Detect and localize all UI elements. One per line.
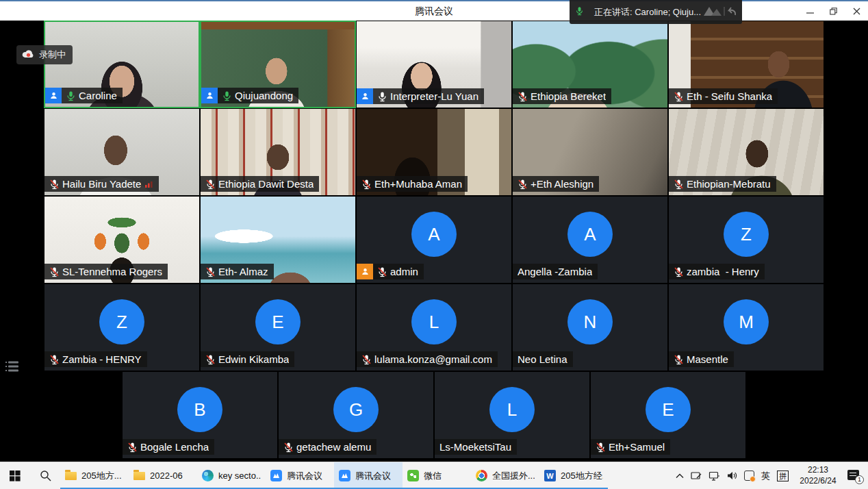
participant-avatar-tile[interactable]: BBogale Lencha	[122, 371, 278, 459]
avatar-letter: L	[429, 312, 439, 333]
avatar: B	[177, 387, 222, 432]
avatar-letter: A	[584, 224, 596, 245]
taskbar-app-label: 腾讯会议	[355, 470, 391, 482]
avatar-letter: Z	[116, 312, 127, 333]
folder-icon	[65, 472, 77, 480]
notification-count-badge: 1	[855, 475, 864, 484]
avatar-letter: N	[584, 312, 597, 333]
participant-name: Qiujuandong	[235, 90, 293, 101]
taskbar-app-tencent-meeting-1[interactable]: 腾讯会议	[266, 462, 334, 489]
participant-name: Interpreter-Lu Yuan	[390, 90, 478, 102]
participant-video-tile[interactable]: Ethiopia Bereket	[512, 21, 668, 108]
participant-label: Eth+Samuel	[591, 439, 670, 455]
participant-name: Eth+Samuel	[609, 441, 665, 453]
dictionary-tray-icon[interactable]	[744, 471, 754, 481]
taskbar-clock[interactable]: 22:13 2022/6/24	[795, 465, 841, 486]
participant-avatar-tile[interactable]: Aadmin	[356, 196, 512, 284]
restore-button[interactable]	[821, 1, 845, 21]
participant-video-tile[interactable]: Ethiopian-Mebratu	[668, 108, 824, 196]
participant-name: Angella -Zambia	[518, 266, 592, 277]
participant-label: admin	[357, 264, 424, 279]
speaking-text: 正在讲话: Caroline; Qiuju...	[594, 6, 701, 18]
participant-avatar-tile[interactable]: Ggetachew alemu	[278, 371, 434, 459]
start-button[interactable]	[0, 462, 30, 489]
participant-name: +Eth Aleshign	[531, 178, 593, 190]
avatar: L	[411, 299, 457, 344]
taskbar-app-word[interactable]: W 205地方经...	[539, 462, 608, 489]
tray-expand-chevron-icon[interactable]	[676, 473, 684, 479]
recording-badge[interactable]: 录制中	[16, 45, 73, 64]
participant-label: zambia - Henry	[669, 264, 765, 279]
mic-muted-icon	[518, 91, 528, 102]
mic-muted-icon	[518, 179, 528, 190]
pen-tablet-icon[interactable]	[691, 471, 702, 480]
participant-video-tile[interactable]: Qiujuandong	[200, 21, 356, 108]
mic-muted-icon	[377, 266, 387, 277]
ime-pinyin-indicator[interactable]: 拼	[777, 471, 789, 481]
participant-video-tile[interactable]: SL-Tennehma Rogers	[44, 196, 200, 284]
ime-english-indicator[interactable]: 英	[761, 470, 770, 482]
participant-name: Eth+Muhaba Aman	[374, 178, 462, 190]
participant-label: Eth+Muhaba Aman	[357, 176, 468, 192]
participant-avatar-tile[interactable]: NNeo Letina	[512, 284, 668, 371]
participant-label: Hailu Biru Yadete	[44, 176, 159, 192]
taskbar-app-label: 腾讯会议	[287, 470, 322, 482]
taskbar-app-edge[interactable]: key secto...	[197, 462, 266, 489]
mic-muted-icon	[205, 266, 216, 277]
participant-name: Ethiopian-Mebratu	[687, 178, 771, 190]
participant-name: lulama.konza@gmail.com	[374, 353, 492, 365]
avatar: E	[255, 299, 301, 344]
mic-muted-icon	[674, 354, 684, 365]
participant-avatar-tile[interactable]: LLs-MoeketsiTau	[434, 371, 590, 459]
participant-avatar-tile[interactable]: ZZambia - HENRY	[44, 284, 200, 371]
avatar: Z	[99, 299, 144, 344]
participant-avatar-tile[interactable]: AAngella -Zambia	[512, 196, 668, 284]
participant-name: Bogale Lencha	[140, 441, 209, 453]
participant-video-tile[interactable]: Eth- Almaz	[200, 196, 356, 284]
participant-avatar-tile[interactable]: Zzambia - Henry	[668, 196, 824, 284]
participant-label: lulama.konza@gmail.com	[357, 351, 498, 367]
participant-video-tile[interactable]: Ethiopia Dawit Desta	[200, 108, 356, 196]
participant-label: getachew alemu	[279, 439, 376, 455]
taskbar-app-tencent-meeting-2[interactable]: 腾讯会议	[334, 462, 403, 489]
action-center-icon[interactable]: 1	[847, 469, 863, 483]
participant-video-tile[interactable]: Interpreter-Lu Yuan	[356, 21, 512, 108]
taskbar-app-label: 205地方经...	[561, 470, 603, 482]
taskbar-app-folder-2022-06[interactable]: 2022-06	[129, 462, 197, 489]
participant-name: zambia - Henry	[687, 266, 759, 277]
volume-icon[interactable]	[727, 471, 737, 480]
participant-avatar-tile[interactable]: EEth+Samuel	[590, 371, 746, 459]
participant-avatar-tile[interactable]: MMasentle	[668, 284, 824, 371]
participant-video-tile[interactable]: Eth - Seifu Shanka	[668, 21, 824, 108]
avatar: L	[489, 387, 535, 432]
taskbar: 205地方... 2022-06 key secto... 腾讯会议 腾讯会议 …	[0, 462, 868, 489]
avatar-letter: B	[194, 399, 205, 421]
participant-avatar-tile[interactable]: EEdwin Kikamba	[200, 284, 356, 371]
participant-avatar-tile[interactable]: Llulama.konza@gmail.com	[356, 284, 512, 371]
participant-video-tile[interactable]: Hailu Biru Yadete	[44, 108, 200, 196]
participant-video-tile[interactable]: +Eth Aleshign	[512, 108, 668, 196]
participant-name: Neo Letina	[518, 353, 567, 365]
participant-video-tile[interactable]: Eth+Muhaba Aman	[356, 108, 512, 196]
participant-label: Ls-MoeketsiTau	[435, 439, 517, 455]
taskbar-app-wechat[interactable]: 微信	[403, 462, 471, 489]
search-button[interactable]	[30, 462, 60, 489]
mic-muted-icon	[205, 179, 216, 190]
minimize-button[interactable]	[798, 1, 821, 21]
speaking-indicator: 正在讲话: Caroline; Qiuju...	[570, 0, 742, 24]
member-list-icon[interactable]	[5, 361, 21, 375]
taskbar-app-folder-205[interactable]: 205地方...	[60, 462, 129, 489]
network-display-icon[interactable]	[709, 471, 720, 481]
avatar: A	[567, 212, 613, 257]
chrome-icon	[476, 470, 487, 481]
close-button[interactable]	[845, 1, 868, 21]
participant-label: Qiujuandong	[201, 88, 298, 103]
taskbar-app-chrome[interactable]: 全国援外...	[471, 462, 539, 489]
participant-label: Ethiopia Bereket	[513, 88, 611, 104]
participant-name: Ls-MoeketsiTau	[439, 441, 511, 453]
participant-video-tile[interactable]: Caroline	[44, 21, 200, 108]
avatar-letter: Z	[741, 224, 752, 245]
participant-name: getachew alemu	[296, 441, 371, 453]
participant-name: Eth - Seifu Shanka	[687, 90, 772, 102]
mic-muted-icon	[283, 442, 294, 453]
